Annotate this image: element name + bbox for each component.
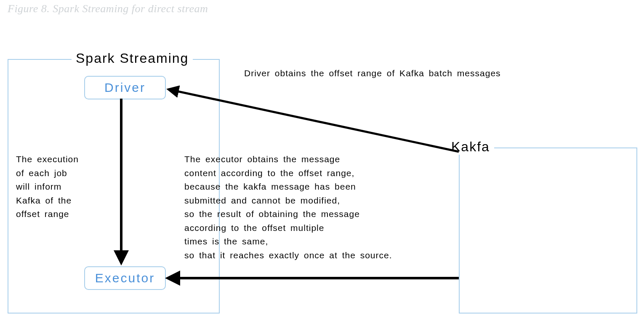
label-driver-offset: Driver obtains the offset range of Kafka… [244, 67, 501, 80]
spark-panel-title: Spark Streaming [72, 51, 193, 66]
label-executor-message: The executor obtains the message content… [184, 153, 454, 262]
kafka-panel-title: Kakfa [447, 139, 494, 155]
diagram-canvas: Figure 8. Spark Streaming for direct str… [0, 0, 644, 327]
driver-node: Driver [84, 76, 166, 99]
executor-node: Executor [84, 266, 166, 290]
kafka-panel: Kakfa [459, 147, 637, 314]
label-job-inform: The execution of each job will inform Ka… [16, 153, 92, 221]
figure-caption: Figure 8. Spark Streaming for direct str… [8, 3, 208, 15]
